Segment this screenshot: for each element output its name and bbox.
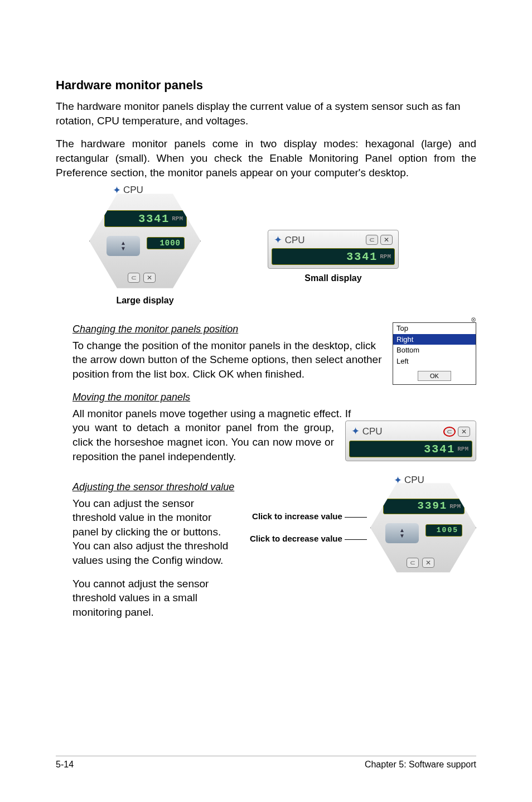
intro-para-1: The hardware monitor panels display the … — [56, 99, 476, 128]
moving-rest: you want to detach a monitor panel from … — [72, 421, 334, 463]
threshold-arrows[interactable]: ▲ ▼ — [107, 236, 140, 256]
fan-icon: ✦ — [394, 474, 402, 487]
moving-lead: All monitor panels move together using a… — [72, 407, 476, 421]
magnet-lcd: 3341 RPM — [349, 441, 472, 457]
small-caption: Small display — [268, 273, 399, 283]
close-icon[interactable]: ✕ — [143, 273, 156, 283]
page-title: Hardware monitor panels — [56, 78, 476, 93]
fan-icon: ✦ — [351, 426, 360, 437]
magnet-icon[interactable]: ⊂ — [366, 235, 378, 245]
hex-title-text: CPU — [123, 185, 143, 196]
magnet-unit: RPM — [457, 445, 468, 453]
fan-icon: ✦ — [113, 184, 121, 196]
magnet-widget: ✦ CPU ⊂ ✕ 3341 RPM — [345, 421, 476, 461]
small-unit: RPM — [380, 253, 391, 260]
arrow-down-icon[interactable]: ▼ — [120, 246, 126, 252]
subhead-moving: Moving the monitor panels — [72, 390, 476, 404]
chapter-label: Chapter 5: Software support — [365, 760, 476, 770]
threshold-arrows[interactable]: ▲ ▼ — [385, 523, 419, 543]
hex-threshold: 1000 — [159, 239, 181, 248]
close-icon[interactable]: ⊗ — [471, 315, 476, 324]
position-listbox-figure: ⊗ Top Right Bottom Left OK — [393, 322, 476, 385]
adjust-unit: RPM — [449, 503, 461, 511]
intro-para-2: The hardware monitor panels come in two … — [56, 137, 476, 180]
subhead-adjust: Adjusting the sensor threshold value — [72, 480, 239, 494]
magnet-value: 3341 — [424, 442, 455, 457]
close-icon[interactable]: ✕ — [458, 427, 470, 437]
adjust-figure: Click to increase value Click to decreas… — [250, 480, 476, 575]
adjust-lcd-threshold: 1005 — [425, 524, 462, 537]
page-number: 5-14 — [56, 760, 74, 770]
list-item[interactable]: Right — [393, 334, 476, 345]
magnet-icon[interactable]: ⊂ — [407, 558, 419, 568]
small-title: CPU — [285, 235, 305, 245]
ok-button[interactable]: OK — [418, 371, 451, 381]
increase-label: Click to increase value — [250, 511, 367, 521]
magnet-icon[interactable]: ⊂ — [128, 273, 140, 283]
magnet-title: CPU — [362, 426, 383, 437]
fan-icon: ✦ — [274, 234, 282, 245]
adjust-lcd-main: 3391 RPM — [383, 499, 465, 514]
arrow-down-icon[interactable]: ▼ — [399, 533, 405, 539]
close-icon[interactable]: ✕ — [422, 558, 434, 568]
list-item[interactable]: Bottom — [393, 345, 476, 356]
adjust-title: CPU — [404, 474, 424, 487]
hex-value: 3341 — [138, 212, 170, 225]
large-display-figure: ✦ CPU 3341 RPM ▲ ▼ 1000 ⊂ ✕ — [89, 191, 201, 306]
close-icon[interactable]: ✕ — [380, 235, 393, 245]
hex-lcd-threshold: 1000 — [147, 237, 185, 249]
small-lcd: 3341 RPM — [272, 248, 395, 265]
magnet-icon[interactable]: ⊂ — [443, 427, 456, 437]
hex-lcd-main: 3341 RPM — [104, 210, 187, 227]
adjust-threshold: 1005 — [437, 525, 458, 535]
hex-widget: ✦ CPU 3341 RPM ▲ ▼ 1000 ⊂ ✕ — [89, 191, 201, 291]
decrease-label: Click to decrease value — [250, 534, 367, 544]
page-footer: 5-14 Chapter 5: Software support — [56, 756, 476, 770]
list-item[interactable]: Top — [393, 323, 476, 334]
hex-unit: RPM — [172, 215, 183, 222]
display-mode-figures: ✦ CPU 3341 RPM ▲ ▼ 1000 ⊂ ✕ — [89, 191, 476, 306]
adjust-value: 3391 — [418, 499, 448, 514]
position-listbox[interactable]: ⊗ Top Right Bottom Left OK — [393, 322, 476, 385]
small-widget: ✦ CPU ⊂ ✕ 3341 RPM — [268, 230, 399, 269]
adjust-body-2: You cannot adjust the sensor threshold v… — [72, 577, 239, 620]
small-display-figure: ✦ CPU ⊂ ✕ 3341 RPM Small display — [268, 230, 399, 283]
list-item[interactable]: Left — [393, 356, 476, 367]
small-value: 3341 — [346, 250, 378, 263]
large-caption: Large display — [89, 296, 201, 306]
adjust-hex-widget: ✦ CPU 3391 RPM ▲ ▼ 1005 ⊂ ✕ — [370, 480, 476, 575]
adjust-body-1: You can adjust the sensor threshold valu… — [72, 496, 239, 568]
